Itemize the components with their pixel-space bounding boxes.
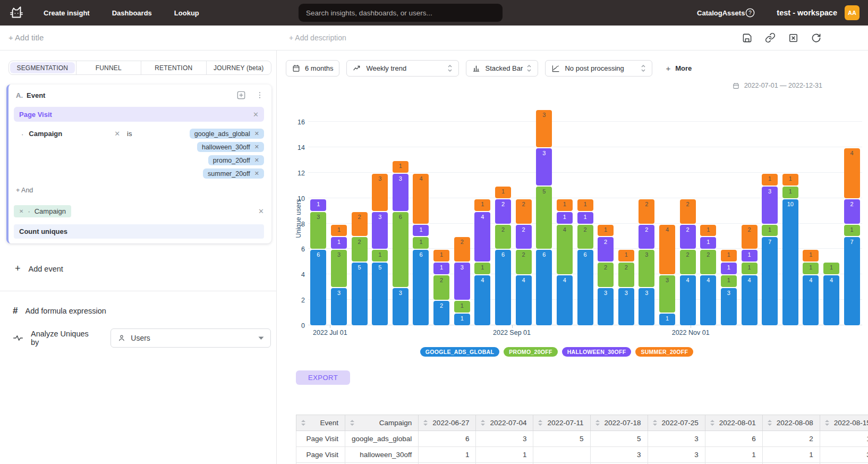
bar-segment-summer_20off[interactable]: 1 bbox=[762, 174, 778, 185]
bar-segment-summer_20off[interactable]: 2 bbox=[742, 225, 758, 249]
legend-pill-summer_20off[interactable]: SUMMER_20OFF bbox=[635, 347, 693, 357]
column-header-2022-06-27[interactable]: 2022-06-27 bbox=[419, 415, 476, 431]
bar-segment-promo_20off[interactable]: 2 bbox=[700, 250, 716, 274]
filter-value-chip[interactable]: promo_20off✕ bbox=[208, 155, 264, 165]
remove-value-icon[interactable]: ✕ bbox=[254, 157, 259, 163]
bar-segment-summer_20off[interactable]: 2 bbox=[352, 212, 368, 237]
bar-segment-google_ads_global[interactable]: 3 bbox=[331, 288, 347, 325]
bar-segment-halloween_30off[interactable]: 2 bbox=[844, 199, 860, 224]
bar-segment-google_ads_global[interactable]: 6 bbox=[495, 250, 511, 325]
bar-segment-promo_20off[interactable]: 4 bbox=[557, 225, 573, 275]
aggregation-selector[interactable]: Count uniques bbox=[14, 224, 264, 239]
bar-segment-google_ads_global[interactable]: 4 bbox=[680, 275, 696, 325]
bar-segment-summer_20off[interactable]: 1 bbox=[782, 174, 798, 185]
bar-segment-summer_20off[interactable]: 4 bbox=[659, 225, 675, 275]
bar-segment-summer_20off[interactable]: 1 bbox=[721, 250, 737, 261]
bar-segment-halloween_30off[interactable]: 4 bbox=[474, 212, 490, 262]
nav-item-create-insight[interactable]: Create insight bbox=[44, 9, 90, 17]
remove-breakdown-icon[interactable]: ✕ bbox=[19, 209, 23, 214]
bar-segment-promo_20off[interactable]: 2 bbox=[680, 250, 696, 274]
bar-segment-google_ads_global[interactable]: 3 bbox=[721, 288, 737, 325]
bar-segment-summer_20off[interactable]: 1 bbox=[577, 199, 593, 211]
nav-item-catalog[interactable]: Catalog bbox=[697, 9, 722, 17]
bar-segment-promo_20off[interactable]: 2 bbox=[618, 263, 634, 287]
filter-value-chip[interactable]: summer_20off✕ bbox=[203, 168, 264, 179]
bar-segment-promo_20off[interactable]: 3 bbox=[659, 275, 675, 313]
duplicate-event-icon[interactable] bbox=[236, 90, 246, 100]
column-header-2022-07-04[interactable]: 2022-07-04 bbox=[476, 415, 533, 431]
post-processing-select[interactable]: No post processing bbox=[545, 60, 652, 77]
bar-segment-promo_20off[interactable]: 3 bbox=[310, 212, 326, 249]
bar-segment-promo_20off[interactable]: 1 bbox=[474, 263, 490, 274]
bar-segment-google_ads_global[interactable]: 10 bbox=[782, 199, 798, 325]
bar-segment-summer_20off[interactable]: 2 bbox=[639, 199, 654, 224]
bar-segment-google_ads_global[interactable]: 3 bbox=[639, 288, 654, 325]
bar-segment-halloween_30off[interactable]: 1 bbox=[700, 237, 716, 249]
filter-operator[interactable]: is bbox=[127, 130, 132, 138]
tab-retention[interactable]: RETENTION bbox=[141, 61, 206, 74]
column-header-2022-08-08[interactable]: 2022-08-08 bbox=[762, 415, 820, 431]
column-header-2022-08-15[interactable]: 2022-08-15 bbox=[820, 415, 868, 431]
bar-segment-google_ads_global[interactable]: 7 bbox=[762, 237, 778, 325]
bar-segment-summer_20off[interactable]: 1 bbox=[331, 225, 347, 237]
export-button[interactable]: EXPORT bbox=[296, 370, 350, 385]
bar-segment-halloween_30off[interactable]: 2 bbox=[680, 225, 696, 249]
bar-segment-promo_20off[interactable]: 3 bbox=[639, 250, 654, 287]
bar-segment-google_ads_global[interactable]: 4 bbox=[474, 275, 490, 325]
bar-segment-promo_20off[interactable]: 2 bbox=[577, 225, 593, 249]
bar-segment-google_ads_global[interactable]: 6 bbox=[413, 250, 429, 325]
bar-segment-google_ads_global[interactable]: 1 bbox=[659, 314, 675, 325]
bar-segment-summer_20off[interactable]: 1 bbox=[598, 225, 614, 237]
column-header-2022-07-18[interactable]: 2022-07-18 bbox=[590, 415, 648, 431]
column-header-2022-07-11[interactable]: 2022-07-11 bbox=[533, 415, 590, 431]
bar-segment-promo_20off[interactable]: 1 bbox=[823, 263, 839, 274]
bar-segment-google_ads_global[interactable]: 3 bbox=[393, 288, 409, 325]
bar-segment-promo_20off[interactable]: 1 bbox=[372, 250, 388, 261]
bar-segment-promo_20off[interactable]: 1 bbox=[803, 263, 819, 274]
tab-segmentation[interactable]: SEGMENTATION bbox=[10, 62, 75, 73]
bar-segment-summer_20off[interactable]: 2 bbox=[516, 199, 532, 224]
date-range-button[interactable]: 6 months bbox=[286, 60, 339, 77]
add-formula-button[interactable]: # Add formula expression bbox=[13, 306, 271, 316]
bar-segment-halloween_30off[interactable]: 3 bbox=[393, 174, 409, 211]
bar-segment-promo_20off[interactable]: 2 bbox=[433, 275, 449, 300]
bar-segment-summer_20off[interactable]: 1 bbox=[474, 199, 490, 211]
bar-segment-halloween_30off[interactable]: 1 bbox=[413, 225, 429, 237]
bar-segment-promo_20off[interactable]: 1 bbox=[721, 275, 737, 287]
bar-segment-google_ads_global[interactable]: 4 bbox=[803, 275, 819, 325]
bar-segment-google_ads_global[interactable]: 1 bbox=[454, 314, 470, 325]
bar-segment-google_ads_global[interactable]: 6 bbox=[310, 250, 326, 325]
column-header-2022-07-25[interactable]: 2022-07-25 bbox=[648, 415, 705, 431]
bar-segment-google_ads_global[interactable]: 5 bbox=[372, 263, 388, 325]
bar-segment-halloween_30off[interactable]: 1 bbox=[310, 199, 326, 211]
bar-segment-halloween_30off[interactable]: 3 bbox=[372, 212, 388, 249]
save-icon[interactable] bbox=[742, 33, 752, 43]
bar-segment-summer_20off[interactable]: 3 bbox=[372, 174, 388, 211]
bar-segment-google_ads_global[interactable]: 4 bbox=[516, 275, 532, 325]
bar-segment-summer_20off[interactable]: 1 bbox=[393, 161, 409, 173]
bar-segment-summer_20off[interactable]: 1 bbox=[618, 250, 634, 261]
bar-segment-halloween_30off[interactable]: 1 bbox=[721, 263, 737, 274]
bar-segment-google_ads_global[interactable]: 2 bbox=[433, 301, 449, 325]
workspace-name[interactable]: test - workspace bbox=[777, 9, 837, 17]
bar-segment-halloween_30off[interactable]: 1 bbox=[742, 250, 758, 261]
remove-value-icon[interactable]: ✕ bbox=[254, 171, 259, 176]
bar-segment-promo_20off[interactable]: 1 bbox=[413, 237, 429, 249]
bar-segment-promo_20off[interactable]: 5 bbox=[536, 187, 552, 249]
bar-segment-halloween_30off[interactable]: 3 bbox=[762, 187, 778, 224]
bar-segment-halloween_30off[interactable]: 1 bbox=[577, 212, 593, 224]
bar-segment-promo_20off[interactable]: 1 bbox=[762, 225, 778, 237]
bar-segment-halloween_30off[interactable]: 3 bbox=[454, 263, 470, 300]
filter-value-chip[interactable]: halloween_30off✕ bbox=[197, 142, 264, 152]
bar-segment-summer_20off[interactable]: 3 bbox=[536, 110, 552, 147]
bar-segment-halloween_30off[interactable]: 1 bbox=[433, 263, 449, 274]
nav-item-assets[interactable]: Assets bbox=[722, 9, 745, 17]
bar-segment-summer_20off[interactable]: 1 bbox=[495, 187, 511, 198]
bar-segment-halloween_30off[interactable]: 2 bbox=[516, 225, 532, 249]
user-avatar[interactable]: AA bbox=[845, 5, 860, 20]
bar-segment-halloween_30off[interactable]: 2 bbox=[598, 237, 614, 261]
bar-segment-promo_20off[interactable]: 2 bbox=[516, 250, 532, 274]
trend-select[interactable]: Weekly trend bbox=[346, 60, 459, 77]
bar-segment-google_ads_global[interactable]: 6 bbox=[577, 250, 593, 325]
bar-segment-google_ads_global[interactable]: 5 bbox=[352, 263, 368, 325]
